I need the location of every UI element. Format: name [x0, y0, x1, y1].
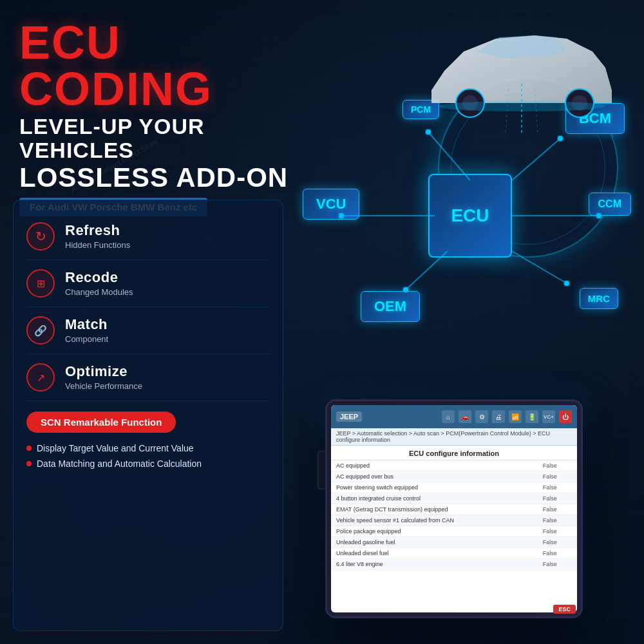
tablet-body: JEEP ⌂ 🚗 ⚙ 🖨 📶 🔋 VC+ ⏻: [325, 399, 583, 618]
toolbar-vc-btn[interactable]: VC+: [542, 410, 555, 423]
table-row: AC equipped over busFalse: [331, 471, 577, 482]
feature-item-refresh: ↻ Refresh Hidden Functions: [26, 213, 270, 260]
tablet-screen: JEEP ⌂ 🚗 ⚙ 🖨 📶 🔋 VC+ ⏻: [331, 405, 577, 612]
scn-list: Display Target Value and Current Value D…: [26, 440, 270, 471]
feature-text-refresh: Refresh Hidden Functions: [65, 222, 270, 250]
bullet-dot-1: [26, 446, 32, 451]
table-row: Vehicle speed sensor #1 calculated from …: [331, 515, 577, 526]
ecu-title: ECU CODING: [19, 19, 316, 112]
subtitle-1: LEVEL-UP YOUR VEHICLES: [19, 115, 316, 163]
feature-subtitle-recode: Changed Modules: [65, 287, 270, 297]
feature-subtitle-match: Component: [65, 334, 270, 344]
table-cell: False: [538, 559, 577, 570]
match-icon: 🔗: [26, 316, 55, 345]
recode-icon: ⊞: [26, 269, 55, 298]
scn-badge: SCN Remarkable Function: [26, 412, 176, 433]
table-cell: False: [538, 482, 577, 493]
toolbar-battery-btn[interactable]: 🔋: [526, 410, 538, 423]
table-cell: Unleaded gasoline fuel: [331, 537, 538, 548]
toolbar-home-btn[interactable]: ⌂: [442, 410, 455, 423]
tablet-toolbar: JEEP ⌂ 🚗 ⚙ 🖨 📶 🔋 VC+ ⏻: [331, 405, 577, 428]
svg-point-17: [596, 213, 601, 218]
refresh-icon: ↻: [26, 222, 55, 251]
table-cell: False: [538, 526, 577, 537]
bullet-dot-2: [26, 461, 32, 466]
tablet-esc-btn[interactable]: ESC: [553, 605, 576, 612]
svg-point-16: [339, 213, 344, 218]
table-cell: False: [538, 471, 577, 482]
table-row: Power steering switch equippedFalse: [331, 482, 577, 493]
table-cell: Power steering switch equipped: [331, 482, 538, 493]
feature-title-recode: Recode: [65, 269, 270, 286]
table-cell: False: [538, 493, 577, 504]
scn-section: SCN Remarkable Function Display Target V…: [26, 412, 270, 471]
table-cell: AC equipped: [331, 460, 538, 471]
table-cell: False: [538, 515, 577, 526]
svg-line-13: [512, 251, 567, 283]
table-cell: False: [538, 460, 577, 471]
svg-point-18: [403, 287, 408, 292]
feature-item-match: 🔗 Match Component: [26, 307, 270, 354]
features-box: ↻ Refresh Hidden Functions ⊞ Recode Chan…: [13, 200, 283, 631]
table-cell: EMAT (Getrag DCT transmission) equipped: [331, 504, 538, 515]
scn-list-item-1: Display Target Value and Current Value: [26, 440, 270, 456]
table-row: 4 button integrated cruise controlFalse: [331, 493, 577, 504]
table-cell: Police package equipped: [331, 526, 538, 537]
subtitle-2: LOSSLESS ADD-ON: [19, 164, 316, 191]
feature-subtitle-refresh: Hidden Functions: [65, 240, 270, 250]
left-header: ECU CODING LEVEL-UP YOUR VEHICLES LOSSLE…: [19, 19, 328, 216]
table-row: Police package equippedFalse: [331, 526, 577, 537]
toolbar-settings-btn[interactable]: ⚙: [475, 410, 488, 423]
table-row: EMAT (Getrag DCT transmission) equippedF…: [331, 504, 577, 515]
table-cell: False: [538, 537, 577, 548]
toolbar-wifi-btn[interactable]: 📶: [509, 410, 522, 423]
feature-title-refresh: Refresh: [65, 222, 270, 239]
tablet-content-title: ECU configure information: [331, 446, 577, 460]
feature-title-match: Match: [65, 316, 270, 333]
feature-subtitle-optimize: Vehicle Performance: [65, 381, 270, 391]
feature-text-optimize: Optimize Vehicle Performance: [65, 363, 270, 391]
table-cell: 4 button integrated cruise control: [331, 493, 538, 504]
feature-title-optimize: Optimize: [65, 363, 270, 380]
table-cell: Vehicle speed sensor #1 calculated from …: [331, 515, 538, 526]
feature-item-recode: ⊞ Recode Changed Modules: [26, 260, 270, 307]
scn-list-item-2: Data Matching and Automatic Calculation: [26, 456, 270, 471]
svg-line-12: [406, 251, 448, 290]
optimize-icon: ↗: [26, 363, 55, 392]
table-row: 6.4 liter V8 engineFalse: [331, 559, 577, 570]
table-cell: AC equipped over bus: [331, 471, 538, 482]
table-cell: False: [538, 504, 577, 515]
main-container: Autel Authorized Direct Store Autel Auth…: [0, 0, 644, 644]
car-visual: [393, 0, 638, 142]
table-cell: False: [538, 548, 577, 559]
tablet-table: AC equippedFalseAC equipped over busFals…: [331, 460, 577, 570]
feature-item-optimize: ↗ Optimize Vehicle Performance: [26, 354, 270, 401]
table-row: Unleaded gasoline fuelFalse: [331, 537, 577, 548]
table-row: AC equippedFalse: [331, 460, 577, 471]
toolbar-print-btn[interactable]: 🖨: [492, 410, 505, 423]
toolbar-car-btn[interactable]: 🚗: [459, 410, 471, 423]
feature-text-recode: Recode Changed Modules: [65, 269, 270, 297]
toolbar-power-btn[interactable]: ⏻: [559, 410, 572, 423]
table-cell: 6.4 liter V8 engine: [331, 559, 538, 570]
feature-text-match: Match Component: [65, 316, 270, 344]
table-row: Unleaded diesel fuelFalse: [331, 548, 577, 559]
tablet-brand-label: JEEP: [336, 412, 362, 422]
toolbar-icons: ⌂ 🚗 ⚙ 🖨 📶 🔋 VC+ ⏻: [442, 410, 572, 423]
table-cell: Unleaded diesel fuel: [331, 548, 538, 559]
tablet-breadcrumb: JEEP > Automatic selection > Auto scan >…: [331, 428, 577, 446]
svg-point-19: [564, 281, 569, 286]
svg-line-9: [512, 138, 560, 180]
tablet-container: JEEP ⌂ 🚗 ⚙ 🖨 📶 🔋 VC+ ⏻: [325, 399, 602, 631]
